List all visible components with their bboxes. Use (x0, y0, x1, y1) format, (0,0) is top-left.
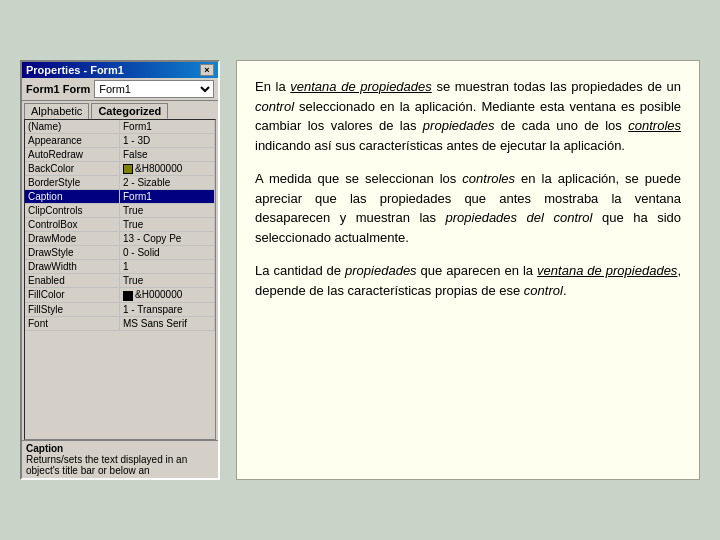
prop-value[interactable]: 13 - Copy Pe (120, 232, 215, 245)
em-text: control (255, 99, 294, 114)
table-row: ControlBox True (25, 218, 215, 232)
properties-titlebar: Properties - Form1 × (22, 62, 218, 78)
prop-name: FillStyle (25, 303, 120, 316)
table-row: DrawWidth 1 (25, 260, 215, 274)
italic-text: ventana de propiedades (290, 79, 432, 94)
prop-name: ClipControls (25, 204, 120, 217)
fillcolor-swatch (123, 291, 133, 301)
prop-value[interactable]: True (120, 274, 215, 287)
prop-name: DrawMode (25, 232, 120, 245)
caption-area: Caption Returns/sets the text displayed … (22, 440, 218, 478)
prop-value[interactable]: True (120, 204, 215, 217)
object-label: Form1 Form (26, 83, 90, 95)
em-text-3: controles (628, 118, 681, 133)
table-row: FillStyle 1 - Transpare (25, 303, 215, 317)
prop-value[interactable]: True (120, 218, 215, 231)
grid-body: (Name) Form1 Appearance 1 - 3D AutoRedra… (25, 120, 215, 331)
paragraph-1: En la ventana de propiedades se muestran… (255, 77, 681, 155)
tab-alphabetic[interactable]: Alphabetic (24, 103, 89, 119)
content-area: En la ventana de propiedades se muestran… (236, 60, 700, 480)
prop-name: FillColor (25, 288, 120, 301)
object-selector-row: Form1 Form Form1 (22, 78, 218, 101)
em-text-5: propiedades del control (446, 210, 593, 225)
prop-value[interactable]: False (120, 148, 215, 161)
tab-categorized[interactable]: Categorized (91, 103, 168, 119)
table-row: (Name) Form1 (25, 120, 215, 134)
prop-value[interactable]: &H800000 (120, 162, 215, 175)
backcolor-swatch (123, 164, 133, 174)
prop-name: BackColor (25, 162, 120, 175)
prop-value[interactable]: 1 (120, 260, 215, 273)
prop-name: BorderStyle (25, 176, 120, 189)
prop-value[interactable]: &H000000 (120, 288, 215, 301)
table-row: BackColor &H800000 (25, 162, 215, 176)
table-row: BorderStyle 2 - Sizable (25, 176, 215, 190)
table-row: DrawStyle 0 - Solid (25, 246, 215, 260)
prop-value[interactable]: MS Sans Serif (120, 317, 215, 330)
table-row: Enabled True (25, 274, 215, 288)
prop-name: (Name) (25, 120, 120, 133)
table-row: Appearance 1 - 3D (25, 134, 215, 148)
prop-name: Appearance (25, 134, 120, 147)
prop-value[interactable]: 1 - Transpare (120, 303, 215, 316)
prop-name: DrawWidth (25, 260, 120, 273)
object-select[interactable]: Form1 (94, 80, 214, 98)
prop-name: Font (25, 317, 120, 330)
italic-text-2: ventana de propiedades (537, 263, 677, 278)
prop-name: AutoRedraw (25, 148, 120, 161)
table-row: ClipControls True (25, 204, 215, 218)
prop-value[interactable]: 1 - 3D (120, 134, 215, 147)
prop-value[interactable]: 0 - Solid (120, 246, 215, 259)
prop-name: Enabled (25, 274, 120, 287)
em-text-7: control (524, 283, 563, 298)
close-button[interactable]: × (200, 64, 214, 76)
properties-tabs: Alphabetic Categorized (22, 101, 218, 119)
em-text-2: propiedades (423, 118, 495, 133)
em-text-6: propiedades (345, 263, 417, 278)
table-row: DrawMode 13 - Copy Pe (25, 232, 215, 246)
prop-value[interactable]: Form1 (120, 120, 215, 133)
prop-name: Caption (25, 190, 120, 203)
properties-grid: (Name) Form1 Appearance 1 - 3D AutoRedra… (24, 119, 216, 440)
table-row: AutoRedraw False (25, 148, 215, 162)
properties-title: Properties - Form1 (26, 64, 124, 76)
prop-value[interactable]: 2 - Sizable (120, 176, 215, 189)
prop-value[interactable]: Form1 (120, 190, 215, 203)
table-row: Font MS Sans Serif (25, 317, 215, 331)
prop-name: DrawStyle (25, 246, 120, 259)
table-row-selected[interactable]: Caption Form1 (25, 190, 215, 204)
paragraph-2: A medida que se seleccionan los controle… (255, 169, 681, 247)
em-text-4: controles (462, 171, 515, 186)
prop-name: ControlBox (25, 218, 120, 231)
caption-title: Caption (26, 443, 214, 454)
paragraph-3: La cantidad de propiedades que aparecen … (255, 261, 681, 300)
table-row: FillColor &H000000 (25, 288, 215, 302)
caption-description: Returns/sets the text displayed in an ob… (26, 454, 214, 476)
properties-panel: Properties - Form1 × Form1 Form Form1 Al… (20, 60, 220, 480)
